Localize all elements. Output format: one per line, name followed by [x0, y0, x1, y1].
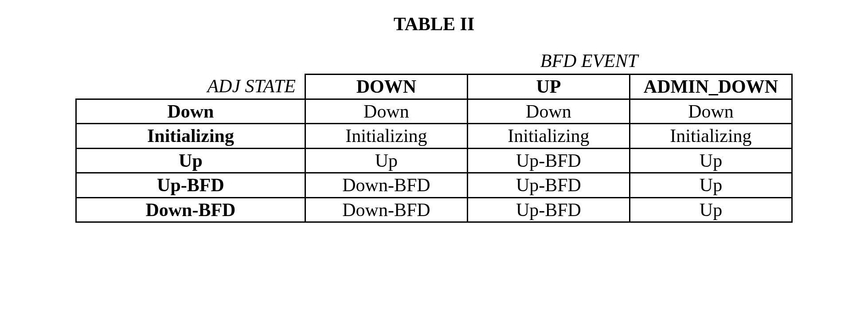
table-header-row: ADJ STATE DOWN UP ADMIN_DOWN: [76, 75, 792, 99]
table-row: Down-BFD Down-BFD Up-BFD Up: [76, 197, 792, 222]
cell-value: Down: [629, 99, 792, 124]
cell-value: Up: [629, 173, 792, 198]
table-row: Up Up Up-BFD Up: [76, 148, 792, 173]
cell-value: Up: [629, 197, 792, 222]
cell-value: Up-BFD: [467, 197, 629, 222]
table-title: TABLE II: [75, 13, 793, 35]
cell-value: Initializing: [629, 124, 792, 149]
table-row: Down Down Down Down: [76, 99, 792, 124]
cell-value: Down: [305, 99, 467, 124]
cell-value: Up: [629, 148, 792, 173]
cell-value: Up-BFD: [467, 173, 629, 198]
cell-value: Initializing: [305, 124, 467, 149]
cell-value: Down-BFD: [305, 197, 467, 222]
table-row: Initializing Initializing Initializing I…: [76, 124, 792, 149]
row-state: Down-BFD: [76, 197, 305, 222]
column-group-header: BFD EVENT: [386, 50, 793, 71]
row-state: Down: [76, 99, 305, 124]
table-row: Up-BFD Down-BFD Up-BFD Up: [76, 173, 792, 198]
row-group-header: ADJ STATE: [76, 75, 305, 99]
cell-value: Initializing: [467, 124, 629, 149]
cell-value: Down: [467, 99, 629, 124]
column-header-admin-down: ADMIN_DOWN: [629, 75, 792, 99]
state-transition-table: ADJ STATE DOWN UP ADMIN_DOWN Down Down D…: [75, 74, 793, 223]
row-state: Up: [76, 148, 305, 173]
column-header-up: UP: [467, 75, 629, 99]
row-state: Initializing: [76, 124, 305, 149]
cell-value: Up-BFD: [467, 148, 629, 173]
table-container: TABLE II BFD EVENT ADJ STATE DOWN UP ADM…: [75, 13, 793, 223]
cell-value: Up: [305, 148, 467, 173]
cell-value: Down-BFD: [305, 173, 467, 198]
column-header-down: DOWN: [305, 75, 467, 99]
row-state: Up-BFD: [76, 173, 305, 198]
